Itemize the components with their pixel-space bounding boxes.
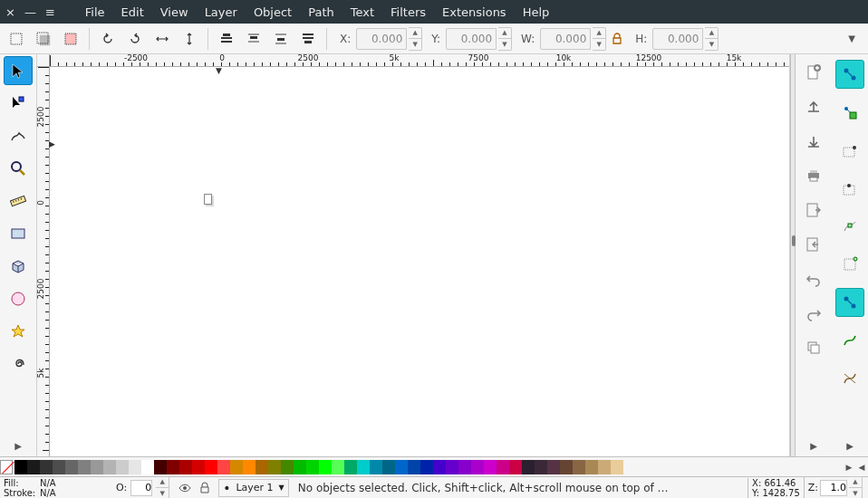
- x-input[interactable]: [356, 28, 407, 50]
- swatch[interactable]: [256, 460, 268, 474]
- select-layers-icon[interactable]: [31, 26, 56, 52]
- swatch[interactable]: [420, 460, 433, 474]
- swatch[interactable]: [78, 460, 91, 474]
- zoom-input[interactable]: [820, 480, 847, 496]
- duplicate-icon[interactable]: [801, 335, 826, 360]
- palette-scroll-right-icon[interactable]: ▶: [843, 463, 855, 472]
- swatch[interactable]: [40, 460, 53, 474]
- snap-node-icon[interactable]: [835, 212, 864, 241]
- rectangle-tool[interactable]: [4, 219, 33, 248]
- undo-icon[interactable]: [801, 266, 826, 292]
- snap-other-toggle[interactable]: [835, 288, 864, 317]
- rotate-ccw-icon[interactable]: [95, 26, 121, 52]
- swatch[interactable]: [509, 460, 522, 474]
- menu-text[interactable]: Text: [342, 3, 382, 22]
- opacity-spinner[interactable]: ▲▼: [156, 476, 169, 499]
- swatch[interactable]: [497, 460, 509, 474]
- swatch[interactable]: [446, 460, 458, 474]
- snap-bbox-corner-icon[interactable]: [835, 136, 864, 165]
- swatch[interactable]: [598, 460, 611, 474]
- canvas[interactable]: -2500025005k750010k1250015k 2500025005k …: [36, 54, 790, 456]
- menu-edit[interactable]: Edit: [113, 3, 152, 22]
- raise-top-icon[interactable]: [214, 26, 239, 52]
- swatch[interactable]: [217, 460, 230, 474]
- upload-icon[interactable]: [801, 94, 826, 120]
- swatch[interactable]: [243, 460, 256, 474]
- snap-bbox-icon[interactable]: [835, 98, 864, 127]
- zoom-spinner[interactable]: ▲▼: [849, 476, 863, 499]
- ruler-origin[interactable]: [37, 54, 50, 67]
- menu-file[interactable]: File: [77, 3, 113, 22]
- swatch[interactable]: [179, 460, 192, 474]
- snap-curve-icon[interactable]: [835, 326, 864, 355]
- print-icon[interactable]: [801, 163, 826, 188]
- swatch[interactable]: [344, 460, 357, 474]
- snap-panel-expand-icon[interactable]: ▶: [841, 436, 859, 456]
- swatch[interactable]: [103, 460, 116, 474]
- flip-vertical-icon[interactable]: [177, 26, 202, 52]
- swatch[interactable]: [547, 460, 560, 474]
- fill-stroke-indicator[interactable]: Fill:N/A Stroke:N/A: [2, 478, 111, 498]
- deselect-icon[interactable]: [58, 26, 83, 52]
- swatch[interactable]: [573, 460, 585, 474]
- ellipse-tool[interactable]: [4, 284, 33, 313]
- menu-help[interactable]: Help: [515, 3, 558, 22]
- visibility-toggle-icon[interactable]: [175, 478, 195, 498]
- swatch[interactable]: [560, 460, 573, 474]
- swatch[interactable]: [535, 460, 547, 474]
- menu-extensions[interactable]: Extensions: [434, 3, 515, 22]
- node-tool[interactable]: [4, 89, 33, 118]
- box3d-tool[interactable]: [4, 252, 33, 281]
- swatch[interactable]: [205, 460, 217, 474]
- swatch[interactable]: [395, 460, 408, 474]
- swatch[interactable]: [433, 460, 446, 474]
- swatch[interactable]: [116, 460, 129, 474]
- opacity-input[interactable]: [130, 480, 152, 496]
- swatch[interactable]: [281, 460, 294, 474]
- toolbar-chevron-down-icon[interactable]: ▼: [839, 26, 864, 52]
- menu-layer[interactable]: Layer: [197, 3, 246, 22]
- selector-tool[interactable]: [4, 56, 33, 85]
- snap-enable-toggle[interactable]: [835, 60, 864, 89]
- star-tool[interactable]: [4, 317, 33, 346]
- ruler-horizontal[interactable]: -2500025005k750010k1250015k: [50, 54, 789, 67]
- menu-path[interactable]: Path: [300, 3, 342, 22]
- swatch[interactable]: [611, 460, 623, 474]
- redo-icon[interactable]: [801, 301, 826, 326]
- swatch[interactable]: [319, 460, 332, 474]
- layer-selector[interactable]: •Layer 1▼: [218, 479, 289, 497]
- measure-tool[interactable]: [4, 187, 33, 215]
- y-input[interactable]: [446, 28, 497, 50]
- menu-object[interactable]: Object: [246, 3, 300, 22]
- export-icon[interactable]: [801, 232, 826, 257]
- lock-ratio-icon[interactable]: [608, 26, 626, 52]
- vertical-scrollbar[interactable]: [790, 54, 796, 456]
- h-input[interactable]: [652, 28, 703, 50]
- import-icon[interactable]: [801, 197, 826, 223]
- lower-icon[interactable]: [268, 26, 294, 52]
- tweak-tool[interactable]: [4, 121, 33, 150]
- swatch[interactable]: [268, 460, 281, 474]
- new-document-icon[interactable]: [801, 60, 826, 85]
- swatch[interactable]: [522, 460, 535, 474]
- canvas-viewport[interactable]: [50, 67, 789, 456]
- close-button[interactable]: ×: [5, 5, 15, 19]
- swatch[interactable]: [294, 460, 306, 474]
- snap-intersection-icon[interactable]: [835, 364, 864, 393]
- swatch[interactable]: [484, 460, 497, 474]
- swatch[interactable]: [585, 460, 598, 474]
- swatch[interactable]: [14, 460, 27, 474]
- swatch[interactable]: [382, 460, 395, 474]
- menu-filters[interactable]: Filters: [382, 3, 434, 22]
- x-spinner[interactable]: ▲▼: [409, 27, 422, 51]
- flip-horizontal-icon[interactable]: [149, 26, 175, 52]
- menu-view[interactable]: View: [152, 3, 197, 22]
- swatch[interactable]: [154, 460, 167, 474]
- swatch[interactable]: [332, 460, 344, 474]
- swatch[interactable]: [91, 460, 103, 474]
- palette-menu-icon[interactable]: ◀: [855, 463, 868, 472]
- swatch[interactable]: [192, 460, 205, 474]
- swatch[interactable]: [65, 460, 78, 474]
- select-all-icon[interactable]: [4, 26, 29, 52]
- swatch-none[interactable]: [0, 460, 13, 474]
